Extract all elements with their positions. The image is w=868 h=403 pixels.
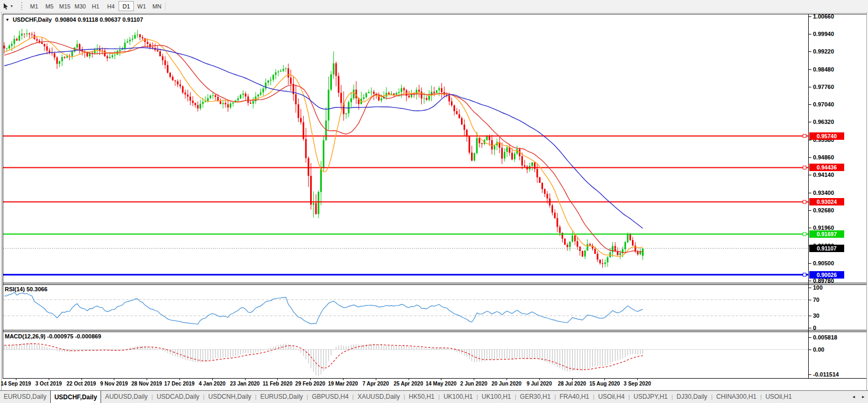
price-tick-mark xyxy=(808,34,811,34)
rsi-value: 50.3066 xyxy=(26,286,48,292)
price-tick-mark xyxy=(808,16,811,17)
chart-tab-usdcad-daily[interactable]: USDCAD,Daily xyxy=(153,391,203,403)
price-tick-mark xyxy=(808,263,811,264)
price-tick-mark xyxy=(808,210,811,211)
chart-tab-eurusd-daily[interactable]: EURUSD,Daily xyxy=(0,391,50,403)
chart-tab-dj30-daily[interactable]: DJ30,Daily xyxy=(673,391,711,403)
price-tick-label: 0.92680 xyxy=(813,207,834,213)
date-tick-mark xyxy=(114,378,114,380)
price-tick-mark xyxy=(808,281,811,281)
date-label: 14 Sep 2019 xyxy=(1,381,31,387)
price-tick-mark xyxy=(808,51,811,52)
date-label: 25 Apr 2020 xyxy=(394,381,423,387)
macd-tick-mark xyxy=(808,350,811,350)
chart-tab-fra40-h1[interactable]: FRA40,H1 xyxy=(556,391,593,403)
date-tick-mark xyxy=(310,378,311,380)
price-tick-label: 0.99220 xyxy=(813,48,834,55)
chart-symbol-label: USDCHF,Daily xyxy=(13,16,52,23)
date-label: 7 Apr 2020 xyxy=(363,381,389,387)
price-tick-mark xyxy=(808,193,811,193)
price-tick-mark xyxy=(808,228,811,228)
rsi-tick-mark xyxy=(808,328,811,328)
date-tick-mark xyxy=(474,378,474,380)
date-label: 4 Jan 2020 xyxy=(198,381,225,387)
date-tick-mark xyxy=(637,378,638,380)
price-tick-mark xyxy=(808,140,811,140)
price-tick-mark xyxy=(808,122,811,122)
chart-tab-uk100-h1[interactable]: UK100,H1 xyxy=(478,391,514,403)
price-tick-label: 1.00660 xyxy=(813,13,834,20)
macd-values: -0.000975 -0.000869 xyxy=(47,333,101,339)
chart-tabs: EURUSD,DailyUSDCHF,DailyAUDUSD,Daily|USD… xyxy=(0,391,849,403)
date-tick-mark xyxy=(572,378,573,380)
level-price-badge[interactable]: 0.91697 xyxy=(809,230,844,238)
date-tick-mark xyxy=(441,378,441,380)
macd-tick-mark xyxy=(808,374,811,375)
rsi-tick-label: 0 xyxy=(813,325,816,331)
chart-ohlc-values: 0.90804 0.91118 0.90637 0.91107 xyxy=(55,16,143,23)
date-label: 28 Jul 2020 xyxy=(558,381,586,387)
tabs-scroll-left-icon[interactable]: ◂ xyxy=(849,391,858,403)
price-tick-label: 0.94860 xyxy=(813,154,834,160)
rsi-tick-mark xyxy=(808,316,811,316)
chart-title-marker-icon[interactable]: ▼ xyxy=(5,17,10,22)
macd-tick-mark xyxy=(808,337,811,338)
price-tick-label: 0.94140 xyxy=(813,172,834,178)
macd-name: MACD(12,26,9) xyxy=(5,333,46,339)
mt4-terminal: ▾ M1M5M15M30H1H4D1W1MN ▼ USDCHF,Daily 0.… xyxy=(0,0,868,403)
date-tick-mark xyxy=(16,378,16,380)
level-price-badge[interactable]: 0.93024 xyxy=(809,198,844,205)
price-tick-label: 0.89780 xyxy=(813,277,834,284)
date-label: 29 Feb 2020 xyxy=(295,381,326,387)
rsi-name: RSI(14) xyxy=(5,286,25,292)
date-label: 15 Aug 2020 xyxy=(589,381,620,387)
price-tick-mark xyxy=(808,175,811,175)
date-label: 9 Nov 2019 xyxy=(100,381,128,387)
chart-tab-usdcnh-daily[interactable]: USDCNH,Daily xyxy=(204,391,255,403)
date-label: 17 Dec 2019 xyxy=(164,381,194,387)
chart-tab-usoil-h4[interactable]: USOil,H4 xyxy=(594,391,628,403)
level-price-badge[interactable]: 0.90026 xyxy=(809,271,844,279)
chart-tab-gbpusd-h4[interactable]: GBPUSD,H4 xyxy=(308,391,352,403)
price-tick-label: 0.93400 xyxy=(813,190,834,196)
date-tick-mark xyxy=(212,378,213,380)
date-tick-mark xyxy=(343,378,343,380)
chart-tab-china300-h1[interactable]: CHINA300,H1 xyxy=(712,391,760,403)
date-tick-mark xyxy=(277,378,278,380)
macd-tick-label: -0.011514 xyxy=(813,371,839,378)
date-label: 28 Nov 2019 xyxy=(131,381,162,387)
date-label: 2 Jun 2020 xyxy=(460,381,487,387)
rsi-indicator-label: RSI(14) 50.3066 xyxy=(5,286,48,292)
date-label: 19 Mar 2020 xyxy=(328,381,358,387)
current-price-badge: 0.91107 xyxy=(809,245,844,252)
date-tick-mark xyxy=(507,378,507,380)
date-tick-mark xyxy=(409,378,409,380)
chart-tab-ger30-h1[interactable]: GER30,H1 xyxy=(516,391,554,403)
date-tick-mark xyxy=(245,378,246,380)
date-label: 22 Oct 2019 xyxy=(67,381,96,387)
tabs-scroll-right-icon[interactable]: ▸ xyxy=(858,391,868,403)
macd-tick-label: 0.005818 xyxy=(813,334,837,341)
chart-tab-uk100-h1[interactable]: UK100,H1 xyxy=(440,391,476,403)
chart-tab-audusd-daily[interactable]: AUDUSD,Daily xyxy=(101,391,151,403)
price-tick-label: 0.97040 xyxy=(813,101,834,108)
chart-tab-hk50-h1[interactable]: HK50,H1 xyxy=(405,391,438,403)
level-price-badge[interactable]: 0.94436 xyxy=(809,164,844,171)
chart-tab-bar: EURUSD,DailyUSDCHF,DailyAUDUSD,Daily|USD… xyxy=(0,390,868,403)
chart-tab-usdchf-daily[interactable]: USDCHF,Daily xyxy=(50,391,102,403)
macd-indicator-label: MACD(12,26,9) -0.000975 -0.000869 xyxy=(5,333,101,339)
date-tick-mark xyxy=(82,378,82,380)
chart-plot-area[interactable] xyxy=(0,0,868,403)
level-price-badge[interactable]: 0.95740 xyxy=(809,132,844,140)
chart-tab-usoil-h1[interactable]: USOil,H1 xyxy=(762,391,795,403)
price-tick-mark xyxy=(808,157,811,158)
chart-tab-eurusd-daily[interactable]: EURUSD,Daily xyxy=(257,391,307,403)
macd-tick-label: 0.00 xyxy=(813,346,824,353)
date-label: 20 Jun 2020 xyxy=(492,381,522,387)
rsi-tick-mark xyxy=(808,288,811,288)
chart-tab-xauusd-daily[interactable]: XAUUSD,Daily xyxy=(354,391,403,403)
chart-title: ▼ USDCHF,Daily 0.90804 0.91118 0.90637 0… xyxy=(5,16,143,23)
chart-tab-usdjpy-h1[interactable]: USDJPY,H1 xyxy=(630,391,671,403)
price-tick-label: 0.98480 xyxy=(813,66,834,73)
date-label: 3 Sep 2020 xyxy=(623,381,651,387)
